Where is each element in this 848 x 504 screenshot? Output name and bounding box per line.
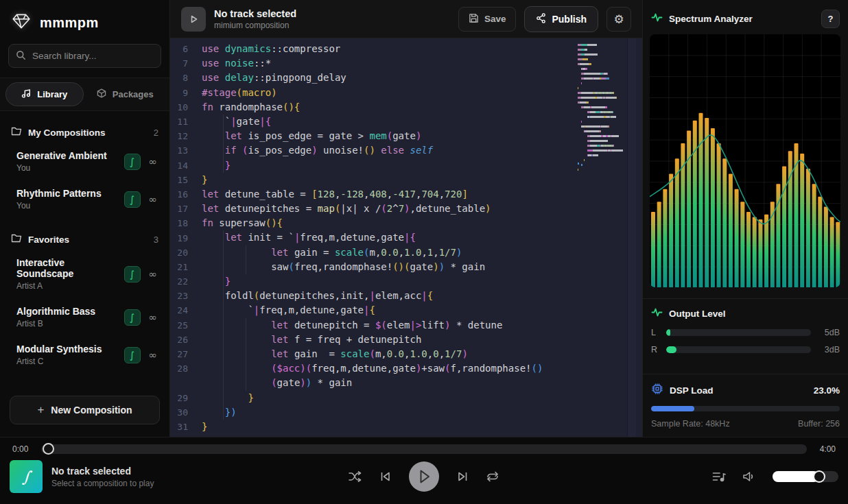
sidebar: mmmpm Library [0,0,170,437]
code-token [202,392,248,403]
code-token: dynamics [225,43,271,54]
code-line[interactable]: 16let detune_table = [128,-128,408,-417,… [170,187,642,202]
code-line[interactable]: 8use delay::pingpong_delay [170,71,642,85]
minimap-line [578,67,623,71]
code-token: ( [288,261,294,272]
indent-guide [223,115,224,129]
volume-thumb[interactable] [813,470,825,483]
composition-meta: Algorithmic BassArtist B [16,306,124,328]
editor-scrollbar[interactable] [627,38,636,437]
minimap-line [578,86,623,91]
code-token: gain = [294,348,340,359]
code-line[interactable]: 17let detunepitches = map(|x| x /(2^7),d… [170,202,642,216]
next-button[interactable] [456,471,469,482]
volume-slider[interactable] [773,471,838,482]
code-token: ) [433,261,438,272]
spectrum-bar [824,207,828,287]
spectrum-bar [746,212,751,287]
minimap-line [578,71,623,76]
code-line[interactable]: 18fn supersaw(){ [170,216,642,230]
save-button[interactable]: Save [458,7,517,32]
seek-slider[interactable] [41,444,807,454]
code-text: let detunepitch = $(elem|>lift) * detune [202,318,502,333]
code-line[interactable]: 10fn randomphase(){ [170,100,642,115]
minimap-line [578,148,623,153]
editor-minimap[interactable] [578,43,623,177]
code-line[interactable]: 27 let gain = scale(m,0.0,1.0,0,1/7) [170,347,642,361]
code-line[interactable]: 13 if (is_pos_edge) unoise!() else self [170,143,642,158]
spectrum-bar [669,174,673,288]
indent-guide [223,230,224,245]
code-line[interactable]: 20 let gain = scale(m,0.0,1.0,1,1/7) [170,245,642,260]
code-line[interactable]: 23 foldl(detunepitches,init,|elem,acc|{ [170,289,642,303]
code-token: ^ [392,203,398,214]
code-line[interactable]: 7use noise::* [170,56,642,71]
tab-library[interactable]: Library [5,82,84,106]
code-line[interactable]: 22 } [170,274,642,289]
settings-button[interactable]: ⚙ [606,7,631,32]
line-number: 6 [170,44,202,54]
code-line[interactable]: 29 } [170,391,642,405]
code-line[interactable]: 21 saw(freq,randomphase!()(gate)) * gain [170,260,642,274]
minimap-line [578,62,623,67]
composition-item[interactable]: Algorithmic BassArtist B∫∞ [0,298,169,336]
code-line[interactable]: 9#stage(macro) [170,86,642,100]
code-line[interactable]: 14 } [170,158,642,173]
center-column: No track selected mimium composition Sav… [170,0,642,437]
code-line[interactable]: 32 [170,434,642,437]
composition-item[interactable]: Generative AmbientYou∫∞ [0,143,169,180]
code-line[interactable]: 31} [170,420,642,434]
code-token [202,130,225,141]
publish-button[interactable]: Publish [524,6,598,32]
code-token: use [202,58,225,69]
search-input[interactable] [8,44,161,68]
queue-button[interactable] [712,471,726,482]
code-token: ) [485,203,491,214]
code-line[interactable]: 19 let init = `|freq,m,detune,gate|{ [170,230,642,245]
minimap-line [578,119,623,124]
seek-row: 0:00 4:00 [0,437,848,457]
album-art: ∫ [10,460,43,493]
code-token: ) [416,130,421,141]
code-line[interactable]: 6use dynamics::compressor [170,42,642,56]
code-line[interactable]: (gate)) * gain [170,376,642,390]
code-line[interactable]: 25 let detunepitch = $(elem|>lift) * det… [170,318,642,333]
code-text: fn supersaw(){ [202,216,283,230]
volume-button[interactable] [742,471,756,482]
composition-item[interactable]: Rhythmic PatternsYou∫∞ [0,180,169,218]
code-line[interactable]: 15} [170,173,642,187]
header-play-button[interactable] [181,7,206,32]
help-button[interactable]: ? [821,10,840,28]
dsp-load-section: DSP Load 23.0% Sample Rate: 48kHz Buffer… [643,374,848,437]
shuffle-button[interactable] [349,471,362,482]
spectrum-bar [717,143,721,287]
seek-thumb[interactable] [43,443,54,455]
code-text: } [202,420,207,434]
code-editor[interactable]: 6use dynamics::compressor7use noise::*8u… [170,38,642,437]
section-title: Favorites [28,235,69,245]
code-line[interactable]: 12 let is_pos_edge = gate > mem(gate) [170,129,642,143]
code-token: 1.0 [404,247,421,258]
code-line[interactable]: 26 let f = freq + detunepitch [170,333,642,347]
new-composition-button[interactable]: + New Composition [10,396,160,424]
minimap-line [578,95,623,100]
code-line[interactable]: 24 `|freq,m,detune,gate|{ [170,303,642,317]
composition-item[interactable]: Modular SynthesisArtist C∫∞ [0,336,169,374]
code-line[interactable]: 30 }) [170,405,642,420]
channel-meter: L5dB [651,328,840,337]
mimium-badge-icon: ∫ [124,266,141,283]
spectrum-bar [729,174,733,288]
repeat-button[interactable] [486,471,499,482]
tab-packages[interactable]: Packages [86,82,165,106]
code-line[interactable]: 28 ($acc)(freq,m,detune,gate)+saw(f,rand… [170,361,642,376]
composition-item[interactable]: Interactive SoundscapeArtist A∫∞ [0,250,169,298]
line-number: 10 [170,102,202,112]
channel-meters: L5dBR3dB [651,328,840,355]
code-token: 1/7 [439,247,456,258]
previous-button[interactable] [379,471,392,482]
code-line[interactable]: 11 `|gate|{ [170,115,642,129]
play-button[interactable] [409,461,439,492]
level-meter-track [666,329,811,336]
app-window: mmmpm Library [0,0,848,504]
code-token: ,detune_table [410,203,486,214]
